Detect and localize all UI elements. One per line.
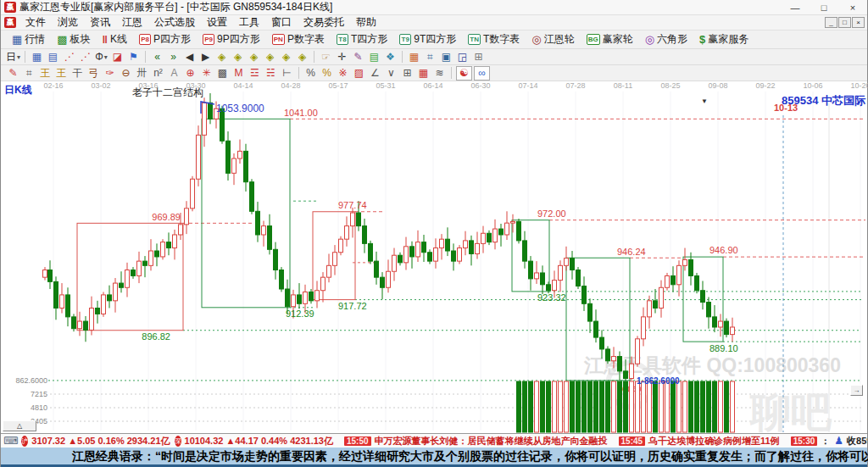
menu-item-1[interactable]: 文件 [19,15,52,30]
calculator-icon[interactable]: ⌗ [422,50,438,64]
mdi-restore-button[interactable]: □ [838,17,851,28]
gann-wheel-icon: ◎ [531,34,541,45]
news-time-1[interactable]: 15:50 [344,436,371,446]
infinity-icon[interactable]: ∞ [474,66,490,81]
save-icon[interactable]: ◲ [454,50,470,64]
rays-icon[interactable]: ※ [335,66,351,81]
zoom-out-button[interactable]: △ [3,420,36,431]
overlay-icon[interactable]: ◪ [109,50,125,64]
prev-bar-icon[interactable]: ◀ [181,50,198,64]
p-square-button[interactable]: P8P四方形 [133,31,197,48]
menu-item-6[interactable]: 设置 [201,15,233,30]
wave-m-icon[interactable]: M [231,66,247,81]
close-button[interactable]: × [838,0,867,14]
news-time-3[interactable]: 15:30 [791,436,818,446]
annotate-icon[interactable]: ✎ [350,50,366,64]
stairs-up2-icon[interactable]: ⋰ [77,50,93,64]
gann-box-icon-4[interactable]: ◈ [262,50,278,64]
star-lines-icon[interactable]: ✳ [198,66,214,81]
circle-tool-icon[interactable]: ⊖ [118,66,134,81]
menu-item-9[interactable]: 交易委托 [298,15,350,30]
taiji-icon[interactable]: ☯ [456,66,472,81]
flag-icon[interactable]: ⚑ [125,50,142,64]
hexagon-button[interactable]: ◎六角形 [639,31,693,48]
percent-icon[interactable]: % [303,66,319,81]
p-table-button-label: P数字表 [287,32,325,47]
minimize-button[interactable]: — [781,0,810,14]
table-tool-icon[interactable]: ⊞ [399,66,415,81]
menu-item-2[interactable]: 浏览 [52,15,84,30]
gann-box-icon-1[interactable]: ◈ [214,50,230,64]
chart-label: 1053.9000 [216,103,264,114]
last-page-icon[interactable]: » [165,50,181,64]
ruler-icon[interactable]: ⊢ [279,66,295,81]
percent-gold-icon[interactable]: % [319,66,335,81]
angle-tool-icon[interactable]: ∠ [367,66,383,81]
winner-wheel-button[interactable]: BG赢家轮 [581,31,639,48]
waves-icon[interactable]: ≋ [431,66,448,81]
hatch-box-icon[interactable]: ▨ [351,66,367,81]
p-table-button[interactable]: PNP数字表 [266,31,331,48]
stairs-up-icon[interactable]: ⋰ [61,50,77,64]
shade-box-icon[interactable]: ▩ [214,66,231,81]
quote-list-icon[interactable]: ▤ [45,50,61,64]
mdi-close-button[interactable]: × [852,17,865,28]
check-tool-icon[interactable]: ∨ [383,66,399,81]
chart-label: 923.32 [537,292,566,303]
crosshair-icon[interactable]: ✛ [334,50,350,64]
scroll-right-button[interactable]: → [850,385,863,396]
trigram-icon[interactable]: ☲ [247,66,263,81]
t-square-button[interactable]: T8T四方形 [331,31,393,48]
gann-wheel-button[interactable]: ◎江恩轮 [526,31,580,48]
arc-tool-icon[interactable]: 弓 [86,66,102,81]
news-time-2[interactable]: 15:45 [619,436,646,446]
mdi-minimize-button[interactable]: _ [825,17,837,28]
menu-item-8[interactable]: 窗口 [265,15,298,30]
panel-icon[interactable]: ▤ [366,50,382,64]
quotes-button[interactable]: ▦行情 [6,31,51,48]
gann-box-icon-2[interactable]: ◈ [230,50,246,64]
export-icon[interactable]: ⊞ [470,50,487,64]
golden-grid-icon[interactable]: 王 [37,66,53,81]
9p-square-button[interactable]: P99P四方形 [197,31,266,48]
new-window-icon[interactable]: ▦ [29,50,45,64]
square-numbers-icon[interactable]: n² [150,66,166,81]
menu-item-3[interactable]: 资讯 [84,15,116,30]
chart-label: 917.72 [338,301,367,311]
t-table-button[interactable]: TNT数字表 [462,31,526,48]
next-bar-icon[interactable]: ▶ [198,50,214,64]
first-page-icon[interactable]: « [149,50,165,64]
red-grid-icon[interactable]: ▦ [415,66,431,81]
grid-tool-icon[interactable]: ⌗ [21,66,37,81]
gann-circle-icon[interactable]: ⊕ [182,66,198,81]
gann-box-icon-5[interactable]: ◈ [278,50,294,64]
gann-fan-icon[interactable]: 干 [70,66,86,81]
menu-item-5[interactable]: 公式选股 [148,15,201,30]
gann-box-icon-6[interactable]: ◈ [294,50,310,64]
time-lines-icon[interactable]: 卅 [134,66,150,81]
chart-area[interactable]: 江恩工具软件 QQ:100800360聊吧861.60日K线老子十二宫结构105… [1,81,867,433]
kline-button[interactable]: ‖K线 [97,31,133,48]
calendar-icon[interactable]: ▦ [406,50,422,64]
hand-icon[interactable]: ☞ [318,50,334,64]
menu-item-10[interactable]: 帮助 [350,15,382,30]
blocks-icon[interactable]: ❖ [382,50,398,64]
menu-item-4[interactable]: 江恩 [116,15,148,30]
trigram2-icon[interactable]: ☵ [263,66,279,81]
gann-box-icon-3[interactable]: ◈ [246,50,262,64]
text-tool-icon[interactable]: A [166,66,182,81]
report-icon[interactable]: ▣ [438,50,454,64]
golden-grid2-icon[interactable]: 王 [53,66,70,81]
news-headline-2[interactable]: 乌干达埃博拉确诊病例增至11例 [648,435,780,448]
menu-item-7[interactable]: 工具 [233,15,265,30]
draw-pen-icon[interactable]: ✎ [5,66,21,81]
winner-service-button[interactable]: $赢家服务 [693,31,754,48]
quotes-button-label: 行情 [25,32,45,47]
news-headline-1[interactable]: 申万宏源董事长刘健：居民储蓄将继续从房地产向金融投 [375,435,608,448]
period-day-button[interactable]: 日▾ [5,50,21,64]
candle-style-icon[interactable]: Φ▾ [93,50,109,64]
angle-pen-icon[interactable]: ✑ [102,66,118,81]
sectors-button[interactable]: ▩板块 [51,31,96,48]
9t-square-button[interactable]: T99T四方形 [393,31,462,48]
maximize-button[interactable]: □ [810,0,838,14]
